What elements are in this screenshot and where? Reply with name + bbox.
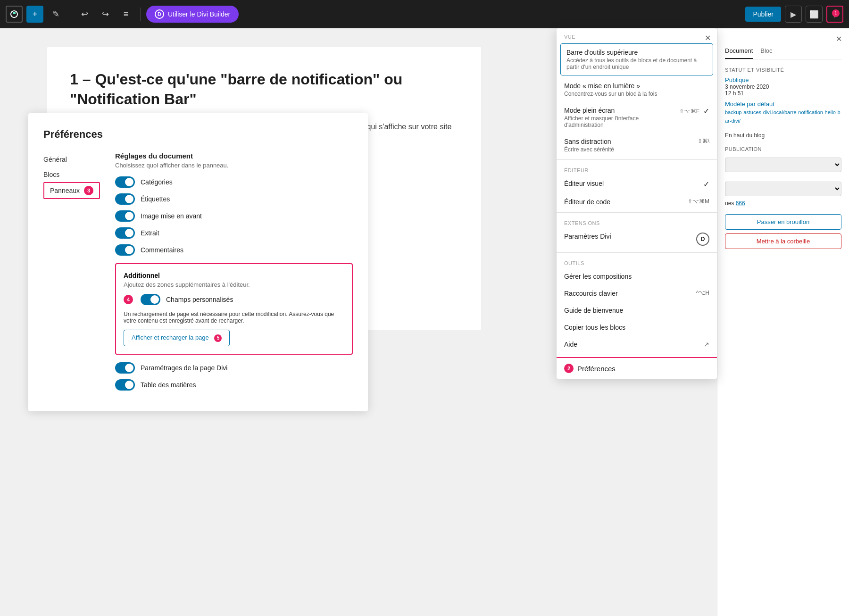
dropdown-item-welcome[interactable]: Guide de bienvenue bbox=[557, 302, 717, 319]
dropdown-footer[interactable]: 2 Préférences bbox=[557, 357, 717, 379]
dropdown-item-fullscreen[interactable]: Mode plein écran Afficher et masquer l'i… bbox=[557, 102, 717, 133]
dropdown-item-toolbar-title: Barre d'outils supérieure bbox=[566, 49, 707, 56]
dropdown-item-lumiere[interactable]: Mode « mise en lumière » Concentrez-vous… bbox=[557, 77, 717, 102]
dropdown-menu: ✕ VUE Barre d'outils supérieure Accédez … bbox=[557, 28, 717, 379]
toggle-categories-switch[interactable] bbox=[115, 176, 135, 188]
dropdown-item-distraction-right: ⇧⌘\ bbox=[698, 138, 709, 144]
site-logo[interactable] bbox=[6, 6, 23, 23]
list-view-button[interactable]: ≡ bbox=[117, 6, 134, 23]
dropdown-item-visual-right: ✓ bbox=[703, 180, 709, 189]
dropdown-item-distraction-content: Sans distraction Écrire avec sérénité bbox=[564, 138, 694, 153]
toggle-image-switch[interactable] bbox=[115, 210, 135, 222]
toggle-table-matieres: Table des matières bbox=[115, 379, 353, 391]
toggle-commentaires-label: Commentaires bbox=[141, 246, 183, 254]
dropdown-item-visual-content: Éditeur visuel bbox=[564, 180, 699, 187]
toggle-extrait-switch[interactable] bbox=[115, 227, 135, 239]
toggle-commentaires-switch[interactable] bbox=[115, 244, 135, 256]
dropdown-item-shortcuts-content: Raccourcis clavier bbox=[564, 290, 692, 297]
preview-button[interactable]: ▶ bbox=[785, 6, 802, 23]
distraction-shortcut: ⇧⌘\ bbox=[698, 138, 709, 144]
redo-button[interactable]: ↪ bbox=[97, 6, 114, 23]
shortcuts-shortcut: ^⌥H bbox=[696, 290, 709, 296]
divider-2 bbox=[557, 212, 717, 213]
extensions-section-label: EXTENSIONS bbox=[557, 215, 717, 228]
views-link[interactable]: 666 bbox=[736, 200, 745, 207]
nav-item-blocs[interactable]: Blocs bbox=[43, 167, 100, 182]
reload-page-button[interactable]: Afficher et recharger la page 5 bbox=[124, 330, 230, 346]
pen-tool-button[interactable]: ✎ bbox=[47, 6, 64, 23]
dropdown-item-copy-blocs[interactable]: Copier tous les blocs bbox=[557, 319, 717, 336]
editeur-section-label: ÉDITEUR bbox=[557, 162, 717, 175]
permalink-link[interactable]: backup-astuces-divi.local/barre-notifica… bbox=[725, 109, 841, 124]
preferences-main: Réglages du document Choisissez quoi aff… bbox=[115, 152, 353, 396]
dropdown-item-compositions[interactable]: Gérer les compositions bbox=[557, 268, 717, 285]
toggle-etiquettes: Étiquettes bbox=[115, 193, 353, 205]
dropdown-item-shortcuts[interactable]: Raccourcis clavier ^⌥H bbox=[557, 285, 717, 302]
sidebar-close-button[interactable]: ✕ bbox=[832, 32, 845, 45]
toggle-custom-fields-switch[interactable] bbox=[141, 294, 160, 305]
dropdown-close-button[interactable]: ✕ bbox=[701, 31, 714, 44]
status-value[interactable]: Publique bbox=[725, 76, 841, 83]
fullscreen-shortcut: ⇧⌥⌘F bbox=[679, 108, 699, 115]
dropdown-item-compositions-title: Gérer les compositions bbox=[564, 273, 709, 280]
dropdown-item-distraction-desc: Écrire avec sérénité bbox=[564, 146, 694, 153]
toggle-commentaires: Commentaires bbox=[115, 244, 353, 256]
divi-builder-button[interactable]: D Utiliser le Divi Builder bbox=[146, 6, 239, 23]
preferences-title: Préférences bbox=[43, 128, 353, 141]
dropdown-item-visual[interactable]: Éditeur visuel ✓ bbox=[557, 175, 717, 193]
toggle-etiquettes-label: Étiquettes bbox=[141, 195, 170, 203]
additional-badge: 4 bbox=[124, 295, 133, 304]
reload-button-label: Afficher et recharger la page bbox=[132, 334, 209, 341]
dropdown-item-divi-params[interactable]: Paramètres Divi D bbox=[557, 228, 717, 250]
dropdown-item-lumiere-desc: Concentrez-vous sur un bloc à la fois bbox=[564, 91, 709, 97]
dropdown-item-toolbar-desc: Accédez à tous les outils de blocs et de… bbox=[566, 57, 707, 70]
more-options-button[interactable]: ⋮ 1 bbox=[826, 6, 843, 23]
reload-badge: 5 bbox=[214, 334, 222, 342]
toolbar-separator-2 bbox=[140, 8, 141, 21]
nav-item-general[interactable]: Général bbox=[43, 152, 100, 167]
footer-badge: 2 bbox=[564, 364, 574, 373]
divi-button-label: Utiliser le Divi Builder bbox=[168, 10, 230, 18]
nav-item-panneaux[interactable]: Panneaux 3 bbox=[43, 182, 100, 199]
toggle-image: Image mise en avant bbox=[115, 210, 353, 222]
toggle-divi-settings-switch[interactable] bbox=[115, 362, 135, 374]
view-mode-button[interactable]: ⬜ bbox=[806, 6, 823, 23]
undo-button[interactable]: ↩ bbox=[76, 6, 93, 23]
tab-document[interactable]: Document bbox=[725, 43, 753, 59]
audience-dropdown[interactable] bbox=[725, 182, 841, 196]
divider-1 bbox=[557, 159, 717, 160]
publication-dropdown[interactable] bbox=[725, 158, 841, 172]
sidebar-actions: Passer en brouillon Mettre à la corbeill… bbox=[725, 214, 841, 249]
tab-bloc[interactable]: Bloc bbox=[760, 43, 772, 59]
dropdown-item-welcome-title: Guide de bienvenue bbox=[564, 307, 709, 314]
trash-button[interactable]: Mettre à la corbeille bbox=[725, 233, 841, 249]
additional-section-box: Additionnel Ajoutez des zones supplément… bbox=[115, 263, 353, 355]
additional-title: Additionnel bbox=[124, 272, 344, 279]
toggle-table-matieres-label: Table des matières bbox=[141, 381, 196, 389]
external-link-icon: ↗ bbox=[704, 341, 709, 348]
dropdown-item-fullscreen-right: ⇧⌥⌘F ✓ bbox=[679, 107, 709, 116]
redo-icon: ↪ bbox=[102, 9, 109, 19]
list-icon: ≡ bbox=[124, 9, 129, 19]
add-block-button[interactable]: + bbox=[26, 6, 43, 23]
toggle-extrait-label: Extrait bbox=[141, 229, 159, 237]
sidebar-status-section: STATUT ET VISIBILITÉ Publique 3 novembre… bbox=[725, 67, 841, 125]
dropdown-item-distraction[interactable]: Sans distraction Écrire avec sérénité ⇧⌘… bbox=[557, 133, 717, 158]
status-label: STATUT ET VISIBILITÉ bbox=[725, 67, 841, 73]
dropdown-item-code[interactable]: Éditeur de code ⇧⌥⌘M bbox=[557, 193, 717, 210]
dropdown-item-shortcuts-right: ^⌥H bbox=[696, 290, 709, 296]
dropdown-item-toolbar[interactable]: Barre d'outils supérieure Accédez à tous… bbox=[560, 43, 713, 75]
dropdown-item-toolbar-content: Barre d'outils supérieure Accédez à tous… bbox=[566, 49, 707, 70]
undo-icon: ↩ bbox=[81, 9, 88, 19]
template-value[interactable]: Modèle par défaut bbox=[725, 100, 841, 108]
dropdown-item-divi-params-content: Paramètres Divi bbox=[564, 233, 692, 240]
publish-button[interactable]: Publier bbox=[745, 7, 781, 22]
divider-4 bbox=[557, 355, 717, 355]
dropdown-item-help[interactable]: Aide ↗ bbox=[557, 336, 717, 353]
draft-button[interactable]: Passer en brouillon bbox=[725, 214, 841, 230]
dropdown-item-code-right: ⇧⌥⌘M bbox=[688, 198, 709, 205]
toggle-etiquettes-switch[interactable] bbox=[115, 193, 135, 205]
toggle-custom-fields-row: 4 Champs personnalisés bbox=[124, 294, 344, 305]
dropdown-item-copy-blocs-title: Copier tous les blocs bbox=[564, 324, 709, 331]
toggle-table-matieres-switch[interactable] bbox=[115, 379, 135, 391]
